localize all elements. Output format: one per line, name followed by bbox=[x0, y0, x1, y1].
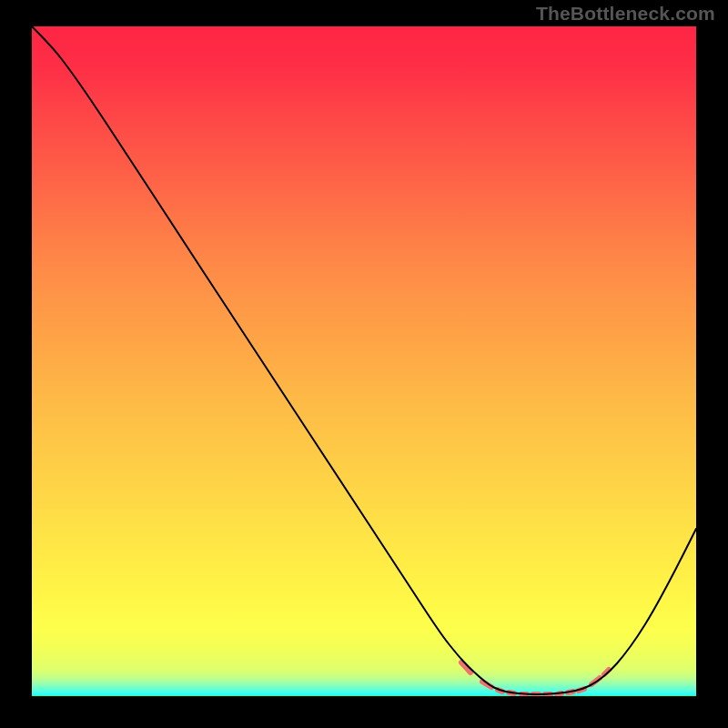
plot-area bbox=[32, 26, 696, 696]
curve-layer bbox=[32, 26, 696, 696]
dotted-min-marker bbox=[461, 662, 609, 694]
watermark-text: TheBottleneck.com bbox=[536, 3, 715, 25]
main-curve bbox=[32, 26, 696, 694]
chart-container: TheBottleneck.com bbox=[0, 0, 728, 728]
